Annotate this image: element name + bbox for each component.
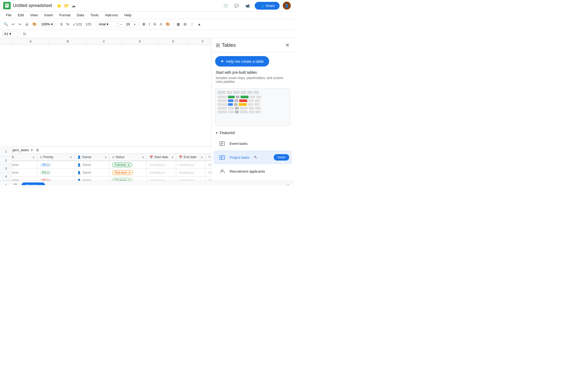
table-row: Task name P0 ▾ 👤Name Full time ▾ mm/dd/y… (0, 161, 211, 169)
milestone-col-icon: T↓ (208, 155, 211, 159)
text-color-btn[interactable]: A (158, 21, 164, 27)
more-btn[interactable]: ⋮ (189, 21, 195, 27)
cell-end-3[interactable]: mm/dd/yyyy (176, 177, 206, 181)
print-btn[interactable]: 🖨 (24, 21, 30, 27)
sheet-tab[interactable]: Sheet 1 ▾ (21, 182, 45, 185)
pf1 (218, 107, 227, 110)
cell-end-2[interactable]: mm/dd/yyyy (176, 169, 206, 176)
italic-btn[interactable]: I (147, 21, 152, 27)
comments-btn[interactable]: 💬 (233, 2, 241, 9)
nav-left-btn[interactable]: ◀ (284, 184, 287, 185)
cell-priority-3[interactable]: P2 ▾ (37, 177, 75, 181)
pe2 (228, 103, 233, 106)
col-end-date[interactable]: 📅 End date ▾ (176, 154, 206, 161)
pc2 (228, 96, 235, 98)
paint-format-btn[interactable]: 🎨 (31, 21, 38, 27)
decrease-decimal-btn[interactable]: ↙123 (71, 21, 83, 27)
end-2-value: mm/dd/yyyy (179, 171, 195, 174)
search-btn[interactable]: 🔍 (2, 21, 10, 27)
help-create-table-button[interactable]: ✦ Help me create a table (215, 56, 269, 67)
featured-item-content-tracker[interactable]: Content tracker (214, 178, 292, 181)
featured-item-event-tasks[interactable]: Event tasks (214, 137, 292, 150)
featured-section-header[interactable]: ▾ Featured (211, 128, 294, 137)
featured-item-recruitment[interactable]: Recruitment applicants (214, 164, 292, 178)
add-sheet-button[interactable]: + (3, 182, 9, 185)
currency-btn[interactable]: $ (59, 21, 64, 27)
col-header-b[interactable]: B (49, 38, 87, 45)
menu-help[interactable]: Help (122, 12, 134, 18)
folder-icon[interactable]: 📁 (64, 3, 69, 8)
col-header-e[interactable]: E (159, 38, 188, 45)
separator-4 (173, 21, 173, 28)
sheet-list-button[interactable]: ☰ (12, 182, 19, 185)
menu-data[interactable]: Data (74, 12, 87, 18)
menu-edit[interactable]: Edit (15, 12, 26, 18)
cell-start-1[interactable]: mm/dd/yyyy (147, 161, 176, 169)
undo-btn[interactable]: ↩ (10, 21, 16, 27)
col-start-date[interactable]: 📅 Start date ▾ (147, 154, 176, 161)
cell-status-1[interactable]: Full time ▾ (109, 161, 147, 169)
font-size-increase[interactable]: + (132, 21, 137, 27)
table-name-caret[interactable]: ▾ (31, 148, 33, 152)
menu-insert[interactable]: Insert (41, 12, 56, 18)
col-header-d[interactable]: D (121, 38, 159, 45)
history-btn[interactable]: 🕐 (222, 2, 230, 9)
col-owner[interactable]: 👤 Owner ▾ (75, 154, 109, 161)
recruitment-label: Recruitment applicants (230, 169, 265, 173)
user-avatar[interactable]: 👤 (283, 2, 291, 10)
featured-section-title: Featured (220, 131, 235, 135)
formula-input-area[interactable]: fx (22, 31, 292, 37)
cell-milestone-3[interactable]: Milestone (206, 177, 211, 181)
zoom-selector[interactable]: 100% ▾ (39, 21, 55, 27)
menu-addons[interactable]: Add-ons (102, 12, 121, 18)
collapse-btn[interactable]: ▲ (196, 21, 203, 27)
share-button[interactable]: 👥 Insert Share (255, 2, 280, 10)
cell-start-3[interactable]: mm/dd/yyyy (147, 177, 176, 181)
cell-owner-2[interactable]: 👤Name (75, 169, 109, 176)
row-4-num: 4 (0, 173, 12, 181)
percent-btn[interactable]: % (64, 21, 71, 27)
font-size-decrease[interactable]: − (118, 21, 124, 27)
cell-milestone-2[interactable]: Milestone (206, 169, 211, 176)
col-milestone[interactable]: T↓ Milestone ▾ (206, 154, 211, 161)
menu-file[interactable]: File (3, 12, 14, 18)
font-selector[interactable]: Arial ▾ (96, 21, 118, 27)
cell-priority-2[interactable]: P1 ▾ (37, 169, 75, 176)
menu-tools[interactable]: Tools (88, 12, 101, 18)
menu-view[interactable]: View (28, 12, 40, 18)
nav-right-btn[interactable]: ▶ (288, 184, 291, 185)
cell-end-1[interactable]: mm/dd/yyyy (176, 161, 206, 169)
col-status[interactable]: ⊙ Status ▾ (109, 154, 147, 161)
cell-owner-3[interactable]: 👤Name (75, 177, 109, 181)
strikethrough-btn[interactable]: S (152, 21, 158, 27)
borders-btn[interactable]: ▦ (175, 21, 181, 27)
merge-btn[interactable]: ⊞ (182, 21, 188, 27)
increase-decimal-btn[interactable]: 123 (84, 21, 93, 27)
cell-status-3[interactable]: On leave ▾ (109, 177, 147, 181)
cloud-icon[interactable]: ☁ (71, 3, 76, 8)
col-header-f[interactable]: F (188, 38, 211, 45)
featured-item-project-tasks[interactable]: Project tasks ↖ Insert (214, 150, 292, 164)
panel-close-button[interactable]: ✕ (285, 42, 290, 48)
fill-color-btn[interactable]: 🎨 (164, 21, 172, 27)
insert-button[interactable]: Insert (274, 154, 289, 161)
col-header-c[interactable]: C (87, 38, 121, 45)
bold-btn[interactable]: B (141, 21, 147, 27)
table-settings-icon[interactable]: ⊞ (36, 148, 39, 152)
cell-priority-1[interactable]: P0 ▾ (37, 161, 75, 169)
col-header-a[interactable]: A (12, 38, 49, 45)
cell-reference[interactable]: A1 ▾ (2, 31, 18, 37)
cell-status-2[interactable]: Part-time ▾ (109, 169, 147, 176)
cell-start-2[interactable]: mm/dd/yyyy (147, 169, 176, 176)
cell-milestone-1[interactable]: Milestone (206, 161, 211, 169)
row-num-header (0, 38, 12, 45)
title-bar: Untitled spreadsheet ⭐ 📁 ☁ 🕐 💬 📹 👥 Inser… (0, 0, 294, 11)
meet-btn[interactable]: 📹 (244, 2, 252, 9)
col-priority[interactable]: ⊙ Priority ▾ (37, 154, 75, 161)
redo-btn[interactable]: ↪ (17, 21, 23, 27)
menu-format[interactable]: Format (57, 12, 73, 18)
row-2-num: 2 (0, 157, 12, 165)
cell-owner-1[interactable]: 👤Name (75, 161, 109, 169)
star-icon[interactable]: ⭐ (56, 3, 62, 8)
ph1 (218, 91, 226, 94)
